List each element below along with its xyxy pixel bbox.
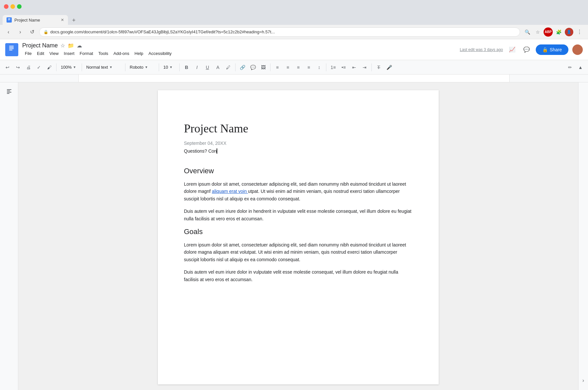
docs-header: Project Name ☆ 📁 ☁ File Edit View Insert… [0,39,588,60]
title-bar [0,0,588,13]
forward-button[interactable]: › [16,27,25,37]
menu-addons[interactable]: Add-ons [111,50,132,57]
docs-content-area[interactable]: Project Name September 04, 20XX Question… [18,82,578,390]
align-left-button[interactable]: ≡ [272,62,282,72]
goals-heading: Goals [184,228,413,236]
share-button[interactable]: 🔒 Share [536,44,568,55]
docs-title-area: Project Name ☆ 📁 ☁ File Edit View Insert… [22,42,174,57]
zoom-selector[interactable]: 100% ▼ [58,62,80,72]
highlight-button[interactable]: 🖊 [223,62,233,72]
overview-heading: Overview [184,167,413,175]
clear-formatting-button[interactable]: T̶ [374,62,384,72]
align-right-button[interactable]: ≡ [293,62,303,72]
menu-insert[interactable]: Insert [61,50,77,57]
browser-menu-button[interactable]: ⋮ [575,27,584,37]
address-bar[interactable]: 🔒 docs.google.com/document/d/1olcn-5f897… [39,27,520,37]
menu-tools[interactable]: Tools [96,50,111,57]
font-value: Roboto [130,65,143,70]
doc-page: Project Name September 04, 20XX Question… [158,90,439,384]
toolbar-divider-7 [270,63,270,71]
insert-image-button[interactable]: 🖼 [258,62,268,72]
tabs-bar: Project Name ✕ + [0,13,588,25]
user-avatar[interactable] [572,44,583,55]
trending-icon[interactable]: 📈 [507,44,517,55]
star-icon[interactable]: ☆ [60,42,65,49]
profile-button[interactable]: 👤 [564,27,574,37]
sidebar-right-toggle[interactable]: › [578,82,588,390]
minimize-button[interactable] [10,4,15,9]
maximize-button[interactable] [17,4,22,9]
close-button[interactable] [4,4,8,9]
docs-svg-icon [8,18,11,22]
redo-button[interactable]: ↪ [13,62,23,72]
font-selector[interactable]: Roboto ▼ [127,62,157,72]
adblock-icon[interactable]: ABP [544,27,553,37]
print-button[interactable]: 🖨 [24,62,33,72]
unordered-list-button[interactable]: •≡ [339,62,349,72]
size-chevron: ▼ [169,65,172,69]
extension-button[interactable]: 🧩 [554,27,563,37]
tab-close-button[interactable]: ✕ [61,18,64,22]
svg-rect-11 [7,93,9,94]
document-subtitle: Questions? Con [184,148,413,154]
search-button[interactable]: 🔍 [523,27,532,37]
docs-logo-svg [8,46,15,54]
size-selector[interactable]: 10 ▼ [161,62,177,72]
svg-rect-9 [7,91,10,91]
menu-format[interactable]: Format [77,50,96,57]
docs-body: Project Name September 04, 20XX Question… [0,82,588,390]
style-chevron: ▼ [109,65,112,69]
reload-button[interactable]: ↺ [27,27,37,37]
collapse-icon: › [582,378,584,383]
paint-format-button[interactable]: 🖌 [44,62,54,72]
bold-button[interactable]: B [182,62,191,72]
traffic-lights [4,4,22,9]
new-tab-button[interactable]: + [69,16,78,25]
menu-file[interactable]: File [22,50,34,57]
outline-icon[interactable] [4,86,14,97]
undo-button[interactable]: ↩ [3,62,12,72]
decrease-indent-button[interactable]: ⇤ [349,62,359,72]
line-spacing-button[interactable]: ↕ [314,62,324,72]
goals-paragraph-1: Lorem ipsum dolor sit amet, consectetuer… [184,241,413,263]
toolbar-divider-5 [179,63,180,71]
zoom-value: 100% [61,65,72,70]
insert-link-button[interactable]: 🔗 [237,62,247,72]
docs-toolbar: ↩ ↪ 🖨 ✓ 🖌 100% ▼ Normal text ▼ Roboto ▼ [0,60,588,75]
voice-input-button[interactable]: 🎤 [384,62,394,72]
folder-icon[interactable]: 📁 [68,42,74,49]
menu-view[interactable]: View [47,50,61,57]
overview-link[interactable]: aliquam erat voin [212,189,248,194]
increase-indent-button[interactable]: ⇥ [360,62,369,72]
back-button[interactable]: ‹ [4,27,13,37]
cloud-icon[interactable]: ☁ [77,42,82,49]
docs-menu: File Edit View Insert Format Tools Add-o… [22,50,174,57]
bookmark-button[interactable]: ☆ [533,27,542,37]
menu-edit[interactable]: Edit [34,50,47,57]
style-selector[interactable]: Normal text ▼ [84,62,123,72]
spell-check-button[interactable]: ✓ [34,62,44,72]
nav-bar: ‹ › ↺ 🔒 docs.google.com/document/d/1olcn… [0,25,588,39]
align-justify-button[interactable]: ≡ [304,62,314,72]
url-text: docs.google.com/document/d/1olcn-5f897wu… [50,29,516,34]
last-edit-text[interactable]: Last edit was 3 days ago [460,47,503,52]
active-tab[interactable]: Project Name ✕ [3,15,68,25]
svg-rect-7 [9,50,12,50]
docs-app: Project Name ☆ 📁 ☁ File Edit View Insert… [0,39,588,390]
italic-button[interactable]: I [192,62,202,72]
ordered-list-button[interactable]: 1≡ [328,62,338,72]
underline-button[interactable]: U [203,62,212,72]
docs-document-title[interactable]: Project Name [22,42,58,49]
svg-rect-3 [8,20,10,20]
outline-svg [6,89,12,94]
svg-rect-5 [9,47,14,48]
menu-help[interactable]: Help [132,50,146,57]
align-center-button[interactable]: ≡ [283,62,293,72]
editing-mode-button[interactable]: ✏ [565,62,575,72]
insert-comment-button[interactable]: 💬 [248,62,258,72]
menu-accessibility[interactable]: Accessibility [146,50,174,57]
toolbar-divider-8 [326,63,326,71]
text-color-button[interactable]: A [213,62,223,72]
collapse-toolbar-button[interactable]: ▲ [576,62,585,72]
comment-icon[interactable]: 💬 [521,44,532,55]
